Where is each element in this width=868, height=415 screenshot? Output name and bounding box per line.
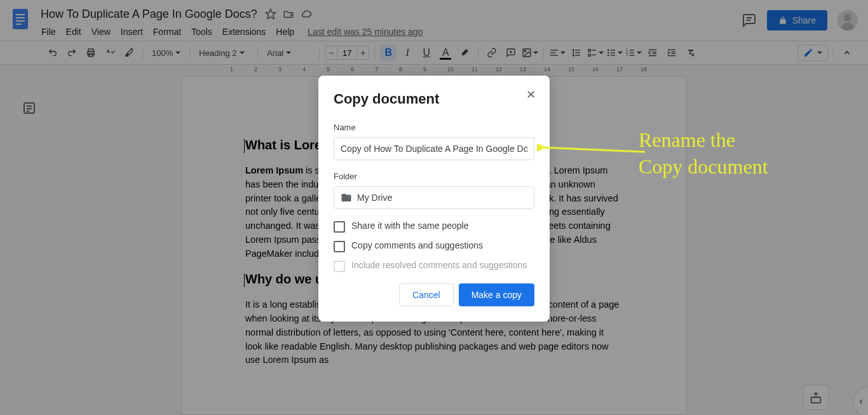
make-a-copy-button[interactable]: Make a copy (459, 283, 534, 306)
copy-document-modal: ✕ Copy document Name Folder My Drive Sha… (318, 76, 550, 322)
checkbox-disabled (334, 261, 345, 272)
share-same-people-checkbox-row[interactable]: Share it with the same people (334, 221, 534, 233)
document-name-input[interactable] (334, 137, 534, 160)
folder-select[interactable]: My Drive (334, 186, 534, 209)
modal-close-button[interactable]: ✕ (523, 87, 538, 102)
name-label: Name (334, 123, 534, 132)
checkbox[interactable] (334, 221, 345, 233)
folder-label: Folder (334, 172, 534, 181)
modal-title: Copy document (334, 91, 534, 107)
folder-icon (341, 192, 352, 203)
folder-value: My Drive (357, 193, 392, 203)
copy-comments-checkbox-row[interactable]: Copy comments and suggestions (334, 240, 534, 252)
include-resolved-checkbox-row: Include resolved comments and suggestion… (334, 260, 534, 272)
checkbox[interactable] (334, 241, 345, 252)
cancel-button[interactable]: Cancel (399, 283, 454, 306)
